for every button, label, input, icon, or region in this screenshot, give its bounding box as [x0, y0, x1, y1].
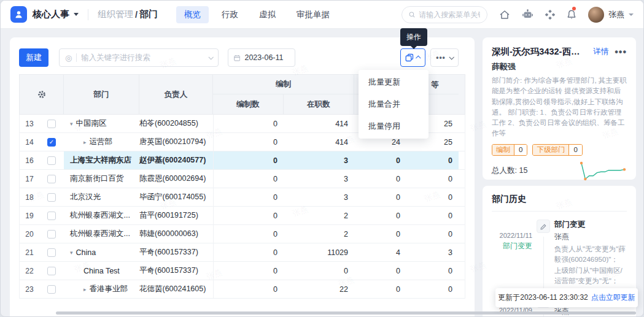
- row-number: 14: [20, 133, 39, 151]
- table-search-input[interactable]: [81, 53, 204, 62]
- column-header-active[interactable]: 在职数: [284, 94, 354, 114]
- history-title: 部门历史: [492, 194, 627, 212]
- checkbox-cell: [39, 262, 64, 280]
- expand-arrow-icon[interactable]: ▾: [70, 250, 73, 256]
- actions-tooltip: 操作: [400, 28, 427, 46]
- checkbox-cell: [39, 280, 64, 298]
- robot-icon[interactable]: [522, 9, 533, 20]
- row-checkbox[interactable]: [47, 175, 56, 183]
- stat-总人数: 总人数: 15: [492, 166, 576, 176]
- expand-arrow-icon[interactable]: ▾: [70, 121, 73, 127]
- expand-arrow-icon[interactable]: ▸: [83, 286, 87, 292]
- department-description: 部门简介: 作为综合事务管理部门, 其主要职能是为整个企业的运转 提供资源支持和…: [492, 75, 627, 139]
- menu-search-input[interactable]: [419, 10, 480, 19]
- entry-icon-column: [532, 220, 554, 286]
- row-number: 16: [20, 151, 39, 169]
- date-input[interactable]: [244, 53, 289, 62]
- gear-icon[interactable]: [37, 90, 46, 99]
- table-search-box[interactable]: ◎: [59, 48, 219, 67]
- row-number: 13: [20, 115, 39, 132]
- value-cell-2: 3: [284, 188, 354, 206]
- column-header-manager[interactable]: 负责人: [139, 75, 213, 114]
- columns-settings-cell[interactable]: [20, 75, 64, 114]
- column-header-dept[interactable]: 部门: [64, 75, 139, 114]
- new-button[interactable]: 新建: [19, 48, 48, 67]
- pencil-icon: [540, 223, 547, 230]
- table-row[interactable]: 23▸香港事业部花德茵(600241605)02200: [20, 280, 465, 299]
- row-checkbox[interactable]: [47, 120, 56, 128]
- table-body: 13▾中国南区柏苓(600204855)04142514✓▸运营部唐英国(600…: [19, 115, 465, 299]
- breadcrumb-section[interactable]: 组织管理: [98, 9, 133, 20]
- entry-date: 2022/11/11: [492, 232, 532, 239]
- app-name[interactable]: 核心人事: [33, 9, 69, 20]
- entry-tag: 部门变更: [492, 241, 532, 251]
- manager-name: 毕函宁(600174055): [139, 188, 213, 206]
- row-checkbox[interactable]: [47, 285, 56, 294]
- date-picker[interactable]: [228, 48, 295, 67]
- menu-item[interactable]: 批量更新: [359, 71, 429, 93]
- menu-item[interactable]: 批量停用: [359, 115, 429, 137]
- user-menu[interactable]: 张燕: [588, 7, 634, 23]
- row-checkbox[interactable]: [47, 212, 56, 220]
- entry-desc: 负责人从"无"变更为"薛毅强(600246950)"； 上级部门从"中国南区/运…: [554, 244, 627, 286]
- table-toolbar: 新建 ◎: [19, 48, 465, 67]
- value-cell-1: 0: [213, 207, 284, 224]
- value-cell-4: 0: [406, 262, 459, 280]
- detail-link[interactable]: 详情: [593, 47, 608, 57]
- card-more-icon[interactable]: •••: [615, 47, 627, 58]
- table-row[interactable]: 17南京新街口百货陈霞恩(600002694)0300: [20, 170, 465, 188]
- row-checkbox[interactable]: [47, 230, 56, 239]
- more-actions-button[interactable]: •••: [430, 48, 459, 67]
- value-cell-1: 0: [213, 225, 284, 243]
- nav-tab-行政[interactable]: 行政: [214, 6, 246, 23]
- checkbox-cell: [39, 188, 64, 206]
- nav-tab-虚拟[interactable]: 虚拟: [251, 6, 284, 23]
- value-cell-4: 0: [406, 188, 459, 206]
- column-header-headcount[interactable]: 编制数: [213, 94, 284, 114]
- table-row[interactable]: 18北京汉光毕函宁(600174055)0300: [20, 188, 465, 207]
- row-checkbox[interactable]: [47, 156, 56, 165]
- entry-type: 部门变更: [554, 220, 627, 230]
- row-checkbox[interactable]: [47, 267, 56, 275]
- menu-item[interactable]: 批量合并: [359, 93, 429, 115]
- toast-update-link[interactable]: 点击立即更新: [591, 292, 635, 303]
- value-cell-1: 0: [213, 151, 284, 169]
- batch-actions-button[interactable]: [400, 48, 425, 67]
- dept-cell: ▾中国南区: [64, 115, 139, 132]
- nav-right-cluster: 张燕: [402, 6, 634, 23]
- dept-name: 南京新街口百货: [70, 174, 124, 184]
- nav-tab-审批单据[interactable]: 审批单据: [289, 6, 338, 23]
- avatar[interactable]: [588, 7, 604, 23]
- dept-name: China Test: [83, 267, 120, 275]
- bell-icon[interactable]: [567, 9, 576, 20]
- sparkline-line: [579, 161, 627, 181]
- search-chevron-down-icon[interactable]: [208, 55, 213, 59]
- group-header-bianzhi: 编制: [213, 75, 354, 94]
- copy-icon: [405, 53, 414, 62]
- dept-cell: 上海宝大祥南东店: [64, 151, 139, 169]
- home-icon[interactable]: [499, 10, 510, 20]
- apps-icon[interactable]: [545, 10, 555, 20]
- value-cell-2: 22: [284, 280, 354, 298]
- app-switcher-caret-icon[interactable]: [74, 13, 79, 16]
- chevron-down-icon: [449, 55, 454, 59]
- table-row[interactable]: 19杭州银泰西湖文...苗平(600191725)0200: [20, 207, 465, 225]
- row-checkbox[interactable]: ✓: [47, 138, 56, 147]
- dept-cell: 南京新街口百货: [64, 170, 139, 188]
- expand-arrow-icon[interactable]: ▸: [83, 139, 87, 145]
- dept-cell: 杭州银泰西湖文...: [64, 225, 139, 243]
- app-logo-icon[interactable]: [10, 6, 27, 23]
- horizontal-scrollbar[interactable]: [56, 311, 636, 315]
- table-row[interactable]: 22China Test平奇(600157337)0000: [20, 262, 465, 280]
- row-checkbox[interactable]: [47, 193, 56, 202]
- manager-name: 唐英国(600210794): [139, 133, 213, 151]
- dept-cell: 杭州银泰西湖文...: [64, 207, 139, 224]
- nav-tab-概览[interactable]: 概览: [176, 6, 209, 23]
- table-row[interactable]: 21▾China平奇(600157337)01102943: [20, 243, 465, 262]
- table-row[interactable]: 16上海宝大祥南东店赵伊基(600240577)0300: [20, 151, 465, 170]
- table-row[interactable]: 20杭州银泰西湖文...韩婕(600000063)0200: [20, 225, 465, 243]
- manager-name: 韩婕(600000063): [139, 225, 213, 243]
- menu-search-box[interactable]: [402, 6, 487, 23]
- checkbox-cell: ✓: [39, 133, 64, 151]
- row-checkbox[interactable]: [47, 248, 56, 257]
